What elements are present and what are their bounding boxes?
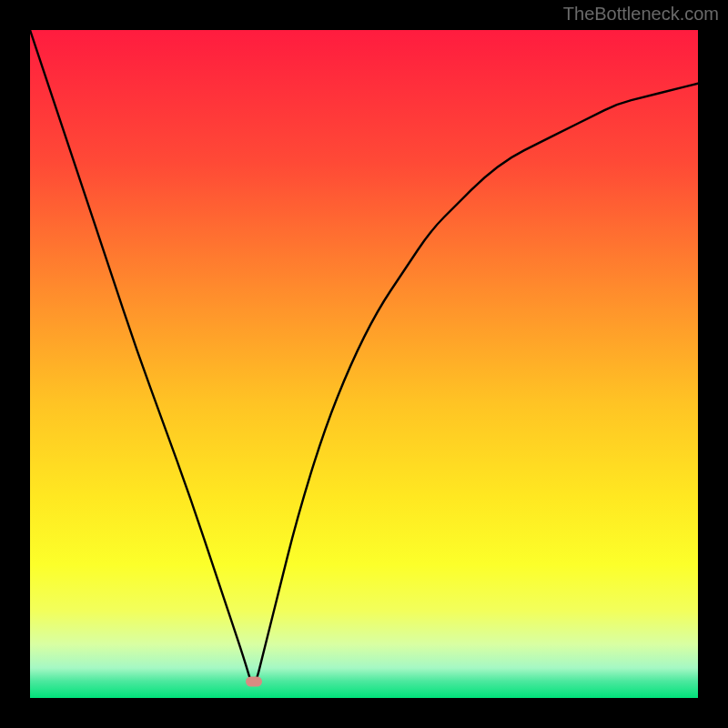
chart-frame (30, 30, 698, 698)
watermark-text: TheBottleneck.com (563, 4, 719, 25)
optimum-marker (246, 676, 262, 686)
chart-background-gradient (30, 30, 698, 698)
svg-rect-0 (30, 30, 698, 698)
